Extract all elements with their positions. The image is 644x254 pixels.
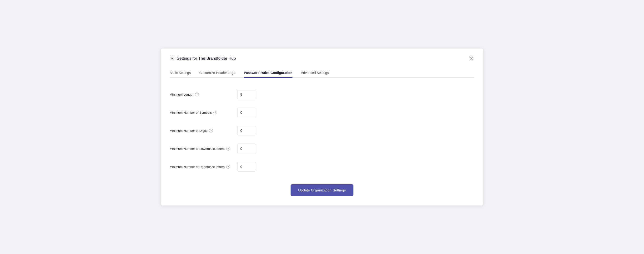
min-length-help-icon: ?	[195, 92, 199, 96]
update-organization-settings-button[interactable]: Update Organization Settings	[290, 184, 354, 196]
settings-modal: Settings for The Brandfolder Hub Basic S…	[161, 48, 483, 206]
tab-password-rules-configuration[interactable]: Password Rules Configuration	[244, 68, 292, 78]
min-lowercase-help-icon: ?	[226, 147, 230, 151]
modal-title-row: Settings for The Brandfolder Hub	[170, 56, 236, 61]
min-length-input[interactable]	[237, 90, 256, 99]
tab-advanced-settings[interactable]: Advanced Settings	[301, 68, 329, 78]
tabs-bar: Basic Settings Customize Header Logo Pas…	[170, 68, 474, 78]
modal-title: Settings for The Brandfolder Hub	[177, 56, 236, 61]
svg-point-0	[171, 58, 173, 59]
password-rules-form: Minimum Length ? Minimum Number of Symbo…	[170, 85, 474, 176]
modal-header: Settings for The Brandfolder Hub	[170, 55, 474, 62]
gear-icon	[170, 56, 174, 61]
min-symbols-row: Minimum Number of Symbols ?	[170, 103, 474, 122]
min-digits-input[interactable]	[237, 126, 256, 135]
min-uppercase-help-icon: ?	[226, 165, 230, 169]
min-uppercase-label: Minimum Number of Uppercase letters ?	[170, 165, 232, 169]
min-digits-row: Minimum Number of Digits ?	[170, 122, 474, 140]
min-lowercase-label: Minimum Number of Lowercase letters ?	[170, 147, 232, 151]
min-lowercase-input[interactable]	[237, 144, 256, 153]
min-lowercase-row: Minimum Number of Lowercase letters ?	[170, 140, 474, 158]
tab-customize-header-logo[interactable]: Customize Header Logo	[199, 68, 235, 78]
tab-basic-settings[interactable]: Basic Settings	[170, 68, 191, 78]
min-symbols-help-icon: ?	[214, 111, 217, 114]
min-uppercase-input[interactable]	[237, 162, 256, 172]
close-button[interactable]	[468, 55, 474, 62]
min-digits-help-icon: ?	[209, 129, 213, 132]
min-symbols-input[interactable]	[237, 108, 256, 117]
min-symbols-label: Minimum Number of Symbols ?	[170, 111, 232, 114]
min-length-row: Minimum Length ?	[170, 85, 474, 103]
min-uppercase-row: Minimum Number of Uppercase letters ?	[170, 158, 474, 176]
min-length-label: Minimum Length ?	[170, 92, 232, 96]
min-digits-label: Minimum Number of Digits ?	[170, 129, 232, 132]
